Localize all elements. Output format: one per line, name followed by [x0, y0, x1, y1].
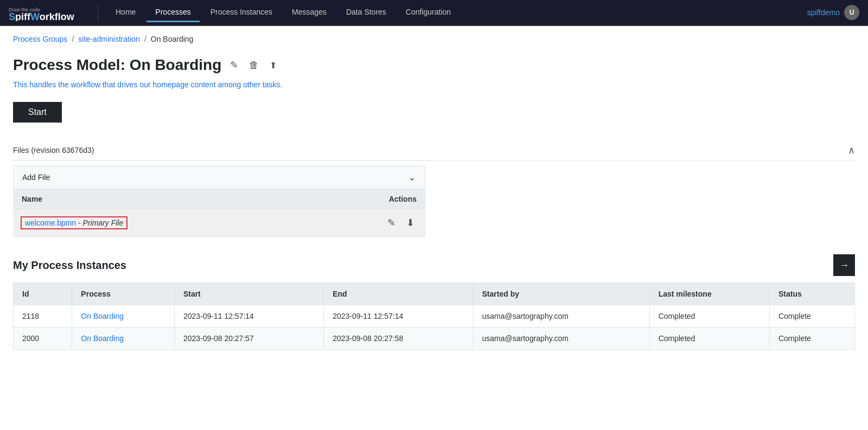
instance-id: 2000	[14, 328, 72, 350]
delete-model-button[interactable]: 🗑	[247, 57, 261, 73]
instances-table: Id Process Start End Started by Last mil…	[13, 283, 855, 350]
instance-process: On Boarding	[72, 305, 175, 328]
files-section-header: Files (revision 63676d3) ∧	[13, 140, 855, 161]
instances-arrow-button[interactable]: →	[833, 254, 855, 276]
col-last-milestone: Last milestone	[649, 283, 769, 305]
file-primary-label: - Primary File	[76, 219, 123, 227]
instance-started-by: usama@sartography.com	[473, 305, 649, 328]
instances-header: My Process Instances →	[13, 254, 855, 276]
table-row: 2118 On Boarding 2023-09-11 12:57:14 202…	[14, 305, 855, 328]
instance-start: 2023-09-11 12:57:14	[174, 305, 323, 328]
col-end: End	[324, 283, 473, 305]
files-table-header-row: Name Actions	[13, 189, 425, 209]
breadcrumb-current: On Boarding	[151, 35, 194, 43]
nav-link-data-stores[interactable]: Data Stores	[337, 3, 395, 22]
nav-link-configuration[interactable]: Configuration	[397, 3, 459, 22]
instance-process: On Boarding	[72, 328, 175, 350]
file-actions-cell: ✎ ⬇	[308, 209, 425, 237]
pencil-icon: ✎	[387, 217, 395, 229]
file-link[interactable]: welcome.bpmn	[25, 219, 76, 227]
files-section-title: Files (revision 63676d3)	[13, 146, 94, 155]
nav-link-home[interactable]: Home	[107, 3, 144, 22]
process-link[interactable]: On Boarding	[81, 312, 124, 320]
arrow-right-icon: →	[839, 260, 849, 271]
add-file-label: Add File	[22, 173, 50, 182]
edit-icon: ✎	[230, 59, 238, 71]
breadcrumb-process-groups[interactable]: Process Groups	[13, 35, 67, 43]
breadcrumb-sep-1: /	[72, 35, 74, 43]
edit-file-button[interactable]: ✎	[385, 215, 398, 231]
main-content: Process Model: On Boarding ✎ 🗑 ⬆ This ha…	[0, 52, 868, 367]
logo[interactable]: Draw the code SpiffWorkflow	[9, 4, 85, 21]
col-started-by: Started by	[473, 283, 649, 305]
instances-header-row: Id Process Start End Started by Last mil…	[14, 283, 855, 305]
instance-last-milestone: Completed	[649, 305, 769, 328]
start-button[interactable]: Start	[13, 102, 62, 123]
instance-start: 2023-09-08 20:27:57	[174, 328, 323, 350]
nav-link-messages[interactable]: Messages	[283, 3, 335, 22]
file-name-cell: welcome.bpmn - Primary File	[13, 209, 308, 237]
svg-text:SpiffWorkflow: SpiffWorkflow	[9, 11, 75, 21]
instance-status: Complete	[769, 305, 854, 328]
table-row: 2000 On Boarding 2023-09-08 20:27:57 202…	[14, 328, 855, 350]
file-actions: ✎ ⬇	[316, 215, 417, 231]
nav-divider	[98, 4, 98, 21]
col-id: Id	[14, 283, 72, 305]
upload-icon: ⬆	[270, 60, 277, 70]
files-col-name: Name	[13, 189, 308, 209]
breadcrumb-site-administration[interactable]: site-administration	[78, 35, 140, 43]
breadcrumb-sep-2: /	[144, 35, 146, 43]
nav-link-process-instances[interactable]: Process Instances	[202, 3, 281, 22]
files-col-actions: Actions	[308, 189, 425, 209]
instance-end: 2023-09-08 20:27:58	[324, 328, 473, 350]
instance-last-milestone: Completed	[649, 328, 769, 350]
table-row: welcome.bpmn - Primary File ✎ ⬇	[13, 209, 425, 237]
collapse-icon[interactable]: ∧	[848, 144, 855, 156]
nav-links: Home Processes Process Instances Message…	[107, 3, 807, 22]
nav-username: spiffdemo	[807, 8, 840, 17]
add-file-dropdown[interactable]: Add File ⌄	[13, 165, 425, 189]
instance-status: Complete	[769, 328, 854, 350]
download-file-button[interactable]: ⬇	[404, 215, 417, 231]
col-status: Status	[769, 283, 854, 305]
instance-started-by: usama@sartography.com	[473, 328, 649, 350]
model-description: This handles the workflow that drives ou…	[13, 80, 855, 89]
file-highlighted-box: welcome.bpmn - Primary File	[22, 217, 126, 228]
edit-model-button[interactable]: ✎	[228, 57, 240, 73]
delete-icon: 🗑	[249, 60, 259, 71]
instance-id: 2118	[14, 305, 72, 328]
user-avatar[interactable]: U	[844, 5, 859, 20]
files-divider	[13, 236, 425, 237]
nav-user: spiffdemo U	[807, 5, 859, 20]
chevron-down-icon: ⌄	[408, 171, 416, 183]
files-table: Name Actions welcome.bpmn - Primary File…	[13, 189, 425, 236]
process-link[interactable]: On Boarding	[81, 334, 124, 343]
col-process: Process	[72, 283, 175, 305]
navbar: Draw the code SpiffWorkflow Home Process…	[0, 0, 868, 26]
upload-model-button[interactable]: ⬆	[267, 58, 279, 73]
instances-title: My Process Instances	[13, 259, 126, 272]
download-icon: ⬇	[406, 217, 414, 229]
col-start: Start	[174, 283, 323, 305]
nav-link-processes[interactable]: Processes	[146, 3, 199, 22]
instance-end: 2023-09-11 12:57:14	[324, 305, 473, 328]
page-title-row: Process Model: On Boarding ✎ 🗑 ⬆	[13, 56, 855, 74]
breadcrumb: Process Groups / site-administration / O…	[0, 26, 868, 52]
page-title: Process Model: On Boarding	[13, 56, 221, 74]
